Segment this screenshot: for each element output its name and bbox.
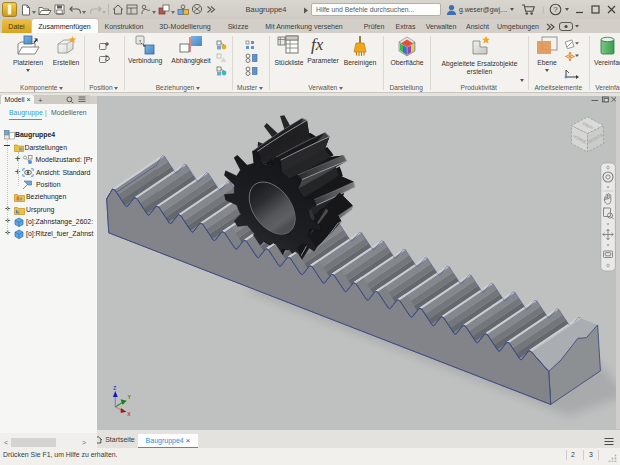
- svg-text:Z: Z: [113, 385, 116, 391]
- svg-text:fx: fx: [311, 35, 324, 54]
- svg-text:?: ?: [553, 5, 558, 14]
- svg-text:X: X: [127, 411, 131, 417]
- svg-text:Y: Y: [128, 394, 132, 400]
